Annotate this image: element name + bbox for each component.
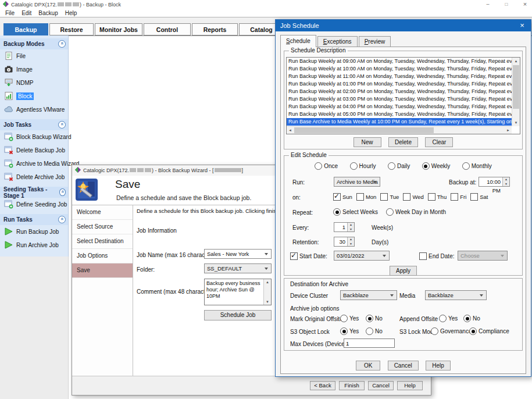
tab-exceptions[interactable]: Exceptions: [317, 36, 358, 47]
collapse-icon[interactable]: [58, 121, 66, 129]
schedule-row[interactable]: Run Backup Weekly at 02:00 PM on Monday,…: [287, 88, 512, 95]
close-icon[interactable]: [518, 20, 526, 31]
end-date-checkbox[interactable]: End Date:: [419, 252, 454, 260]
tab-backup[interactable]: Backup: [3, 23, 48, 35]
compliance-radio[interactable]: Compliance: [469, 327, 509, 335]
tab-monitor-jobs[interactable]: Monitor Jobs: [95, 23, 142, 35]
run-select[interactable]: Archive to Media: [334, 177, 380, 187]
schedule-row[interactable]: Run Backup Weekly at 01:00 PM on Monday,…: [287, 80, 512, 88]
append-offsite-yes-radio[interactable]: Yes: [439, 315, 458, 322]
sidebar-item-run-backup-job[interactable]: Run Backup Job: [0, 225, 68, 238]
delete-button[interactable]: Delete: [388, 137, 418, 147]
sidebar-item-block-backup-wizard[interactable]: Block Backup Wizard: [0, 130, 68, 144]
wizard-nav-select-destination[interactable]: Select Destination: [72, 234, 133, 249]
scroll-left-icon[interactable]: [287, 127, 294, 134]
collapse-icon[interactable]: [59, 188, 66, 196]
start-date-select[interactable]: 03/01/2022: [334, 251, 390, 261]
retention-spinner[interactable]: 30: [334, 237, 355, 247]
new-button[interactable]: New: [354, 137, 381, 147]
frequency-hourly-radio[interactable]: Hourly: [350, 162, 376, 170]
wizard-nav-select-source[interactable]: Select Source: [72, 220, 133, 234]
back-button[interactable]: < Back: [310, 381, 335, 390]
job-name-select[interactable]: Sales - New York: [204, 249, 272, 259]
scroll-up-icon[interactable]: [512, 58, 520, 65]
s3-lock-no-radio[interactable]: No: [366, 327, 383, 335]
tab-restore[interactable]: Restore: [49, 23, 94, 35]
tab-control-devices[interactable]: Control Devices: [144, 23, 191, 35]
wizard-nav-save[interactable]: Save: [72, 263, 133, 278]
sidebar-item-archive-to-media-wizard[interactable]: Archive to Media Wizard: [0, 157, 68, 170]
sidebar-item-define-seeding-job[interactable]: Define Seeding Job: [0, 198, 68, 211]
apply-button[interactable]: Apply: [390, 266, 417, 276]
mark-original-yes-radio[interactable]: Yes: [340, 315, 359, 322]
help-button[interactable]: Help: [426, 361, 451, 370]
sidebar-item-image[interactable]: Image: [0, 63, 68, 76]
collapse-icon[interactable]: [58, 40, 66, 48]
device-cluster-select[interactable]: Backblaze: [340, 290, 397, 300]
every-spinner[interactable]: 1: [334, 222, 355, 232]
day-sat-checkbox[interactable]: Sat: [470, 193, 488, 201]
menu-file[interactable]: File: [2, 10, 18, 16]
sidebar-item-file[interactable]: File: [0, 49, 68, 63]
schedule-row[interactable]: Run Backup Weekly at 05:00 PM on Monday,…: [287, 111, 512, 118]
schedule-row[interactable]: Run Backup Weekly at 11:00 AM on Monday,…: [287, 73, 512, 80]
scroll-up-icon[interactable]: [264, 279, 271, 285]
finish-button[interactable]: Finish: [339, 381, 365, 390]
frequency-monthly-radio[interactable]: Monthly: [462, 162, 492, 170]
schedule-row[interactable]: Run Backup Weekly at 10:00 AM on Monday,…: [287, 65, 512, 73]
wizard-nav-welcome[interactable]: Welcome: [72, 205, 133, 220]
scroll-down-icon[interactable]: [264, 299, 271, 305]
spinner-arrows[interactable]: [502, 177, 509, 186]
day-mon-checkbox[interactable]: Mon: [356, 193, 376, 201]
scroll-right-icon[interactable]: [505, 127, 512, 134]
ok-button[interactable]: OK: [356, 361, 380, 370]
menu-help[interactable]: Help: [62, 10, 81, 16]
start-date-checkbox[interactable]: Start Date:: [290, 252, 327, 260]
wizard-nav-job-options[interactable]: Job Options: [72, 249, 133, 263]
sidebar-item-delete-backup-job[interactable]: Delete Backup Job: [0, 144, 68, 157]
spinner-arrows[interactable]: [347, 237, 354, 246]
cancel-button[interactable]: Cancel: [368, 381, 394, 390]
day-thu-checkbox[interactable]: Thu: [428, 193, 447, 201]
sidebar-item-agentless-vmware[interactable]: Agentless VMware: [0, 103, 68, 116]
schedule-job-button[interactable]: Schedule Job: [204, 310, 272, 320]
max-devices-input[interactable]: 1: [344, 339, 395, 348]
backup-at-spinner[interactable]: 10:00 PM: [479, 177, 510, 187]
frequency-daily-radio[interactable]: Daily: [388, 162, 410, 170]
folder-select[interactable]: SS_DEFAULT: [204, 263, 272, 273]
schedule-row[interactable]: Run Backup Weekly at 03:00 PM on Monday,…: [287, 95, 512, 103]
s3-lock-yes-radio[interactable]: Yes: [340, 327, 359, 335]
sidebar-item-block[interactable]: Block: [0, 90, 68, 103]
select-weeks-radio[interactable]: Select Weeks: [333, 208, 378, 216]
scrollbar-thumb[interactable]: [294, 127, 434, 133]
append-offsite-no-radio[interactable]: No: [463, 315, 480, 322]
schedule-row[interactable]: Run Base Archive to Media Weekly at 10:0…: [287, 118, 512, 126]
day-tue-checkbox[interactable]: Tue: [380, 193, 399, 201]
tab-reports[interactable]: Reports: [192, 23, 238, 35]
week-day-in-month-radio[interactable]: Week Day in Month: [386, 208, 446, 216]
mark-original-no-radio[interactable]: No: [366, 315, 383, 322]
day-sun-checkbox[interactable]: Sun: [333, 193, 352, 201]
collapse-icon[interactable]: [58, 216, 66, 223]
minimize-icon[interactable]: [484, 1, 491, 8]
frequency-weekly-radio[interactable]: Weekly: [422, 162, 451, 170]
scroll-down-icon[interactable]: [512, 119, 520, 126]
maximize-icon[interactable]: [503, 1, 510, 8]
tab-schedule[interactable]: Schedule: [280, 35, 316, 47]
sidebar-item-ndmp[interactable]: NDMP: [0, 76, 68, 90]
clear-button[interactable]: Clear: [425, 137, 453, 147]
comment-textarea[interactable]: Backup every business hour; Archive Sun …: [204, 279, 272, 305]
day-fri-checkbox[interactable]: Fri: [451, 193, 466, 201]
sidebar-item-delete-archive-job[interactable]: Delete Archive Job: [0, 170, 68, 184]
textarea-scrollbar[interactable]: [263, 279, 271, 305]
spinner-arrows[interactable]: [347, 223, 354, 231]
help-button[interactable]: Help: [397, 381, 423, 390]
tab-preview[interactable]: Preview: [359, 36, 391, 47]
close-icon[interactable]: [522, 1, 529, 9]
menu-backup[interactable]: Backup: [35, 10, 61, 16]
frequency-once-radio[interactable]: Once: [315, 162, 338, 170]
vertical-scrollbar[interactable]: [512, 58, 520, 126]
schedule-row[interactable]: Run Backup Weekly at 04:00 PM on Monday,…: [287, 103, 512, 111]
governance-radio[interactable]: Governance: [431, 327, 472, 335]
schedule-list[interactable]: Run Backup Weekly at 09:00 AM on Monday,…: [286, 57, 520, 134]
